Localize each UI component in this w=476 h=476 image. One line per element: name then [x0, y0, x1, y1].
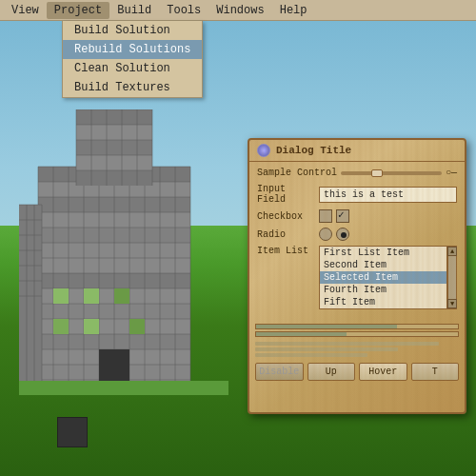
svg-rect-43 — [76, 109, 152, 125]
checkbox-unchecked[interactable] — [319, 209, 332, 223]
list-item-3[interactable]: Fourth Item — [320, 284, 446, 296]
dropdown-rebuild-solutions[interactable]: Rebuild Solutions — [63, 40, 202, 59]
input-field-row: Input Field — [257, 184, 457, 205]
slider-track[interactable] — [341, 171, 442, 175]
mc-building — [19, 109, 228, 400]
up-button[interactable]: Up — [307, 363, 356, 381]
scroll-down-btn[interactable]: ▼ — [447, 299, 457, 308]
radio-unselected[interactable] — [319, 228, 332, 241]
svg-rect-66 — [19, 205, 42, 395]
radio-label: Radio — [257, 229, 319, 240]
mini-line-2 — [255, 353, 367, 357]
progress-bars — [255, 324, 459, 337]
list-scrollbar[interactable]: ▲ ▼ — [447, 246, 457, 309]
list-item-4[interactable]: Fift Item — [320, 296, 446, 308]
foreground-block — [57, 417, 88, 447]
input-field[interactable] — [319, 187, 457, 203]
item-list[interactable]: First List Item Second Item Selected Ite… — [319, 246, 447, 309]
slider-thumb[interactable] — [371, 169, 383, 177]
mini-lines — [255, 342, 459, 357]
menubar: View Project Build Tools Windows Help — [0, 0, 476, 21]
progress-fill-0 — [256, 325, 397, 328]
svg-rect-63 — [84, 319, 99, 334]
dialog-body: Sample Control ○— Input Field Checkbox R… — [249, 162, 465, 320]
menu-help[interactable]: Help — [272, 2, 315, 19]
dropdown-build-textures[interactable]: Build Textures — [63, 78, 202, 97]
input-field-label: Input Field — [257, 184, 319, 205]
project-dropdown: Build Solution Rebuild Solutions Clean S… — [62, 21, 203, 98]
scroll-up-btn[interactable]: ▲ — [447, 247, 457, 256]
svg-rect-60 — [84, 288, 99, 304]
svg-rect-59 — [53, 288, 69, 304]
svg-rect-45 — [76, 140, 152, 155]
radio-group — [319, 228, 349, 241]
progress-bar-1 — [255, 331, 459, 337]
menu-build[interactable]: Build — [109, 2, 159, 19]
item-list-container: First List Item Second Item Selected Ite… — [319, 246, 457, 309]
progress-bar-0 — [255, 324, 459, 329]
dropdown-build-solution[interactable]: Build Solution — [63, 21, 202, 40]
dialog: Dialog Title Sample Control ○— Input Fie… — [248, 138, 466, 414]
item-list-label: Item List — [257, 246, 319, 256]
disable-button[interactable]: Disable — [255, 363, 304, 381]
menu-windows[interactable]: Windows — [208, 2, 271, 19]
dropdown-clean-solution[interactable]: Clean Solution — [63, 59, 202, 78]
checkbox-checked[interactable] — [336, 209, 349, 223]
list-item-2[interactable]: Selected Item — [320, 271, 446, 284]
bottom-controls: Disable Up Hover T — [249, 320, 465, 385]
scroll-track — [448, 256, 456, 299]
svg-rect-47 — [76, 170, 152, 186]
t-button[interactable]: T — [411, 363, 460, 381]
svg-rect-46 — [76, 155, 152, 170]
svg-rect-44 — [76, 125, 152, 140]
menu-tools[interactable]: Tools — [159, 2, 208, 19]
radio-selected[interactable] — [336, 228, 349, 241]
dialog-buttons: Disable Up Hover T — [255, 363, 459, 381]
list-item-1[interactable]: Second Item — [320, 259, 446, 271]
hover-button[interactable]: Hover — [359, 363, 407, 381]
progress-fill-1 — [256, 332, 347, 336]
item-list-row: Item List First List Item Second Item Se… — [257, 246, 457, 309]
svg-rect-64 — [129, 319, 145, 334]
sample-control-suffix: ○— — [446, 168, 457, 178]
dialog-titlebar: Dialog Title — [249, 140, 465, 162]
dialog-icon — [257, 144, 270, 157]
svg-rect-62 — [53, 319, 69, 334]
checkbox-label: Checkbox — [257, 211, 319, 222]
radio-row: Radio — [257, 228, 457, 241]
svg-rect-77 — [19, 381, 228, 395]
checkbox-row: Checkbox — [257, 209, 457, 223]
menu-project[interactable]: Project — [47, 2, 109, 19]
sample-control-row: Sample Control ○— — [257, 168, 457, 178]
list-item-0[interactable]: First List Item — [320, 247, 446, 259]
dialog-title: Dialog Title — [276, 145, 351, 156]
svg-rect-61 — [114, 288, 129, 304]
menu-view[interactable]: View — [4, 2, 47, 19]
mini-line-1 — [255, 347, 398, 351]
mini-line-0 — [255, 342, 439, 346]
checkbox-group — [319, 209, 349, 223]
sample-control-label: Sample Control — [257, 168, 337, 178]
